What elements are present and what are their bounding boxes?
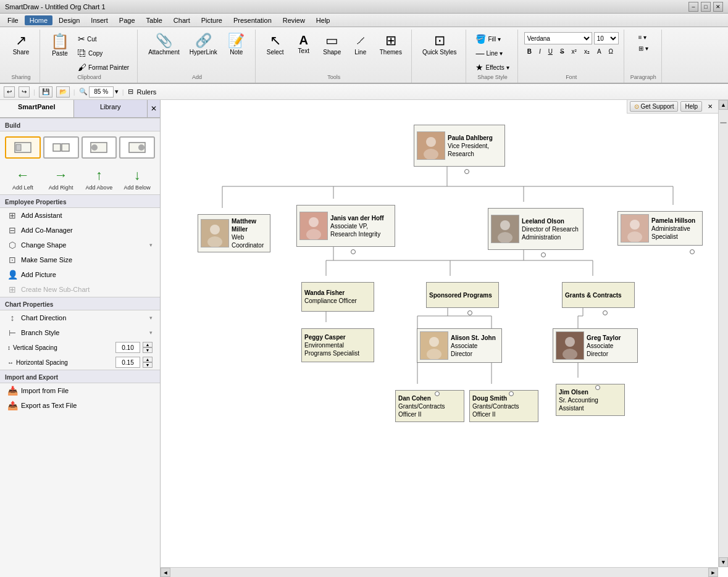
note-button[interactable]: 📝 Note	[223, 31, 250, 59]
fill-button[interactable]: 🪣 Fill ▾	[472, 32, 512, 46]
org-node-dan[interactable]: Dan Cohen Grants/Contracts Officer II	[395, 390, 464, 422]
tab-library[interactable]: Library	[74, 100, 148, 117]
chart-direction-item[interactable]: ↕ Chart Direction ▾	[0, 310, 160, 325]
maximize-button[interactable]: □	[701, 2, 711, 12]
scrollbar-horizontal[interactable]: ◄ ►	[161, 567, 718, 577]
org-node-leeland[interactable]: Leeland Olson Director of Research Admin…	[488, 208, 584, 250]
build-btn-photo-right[interactable]	[119, 136, 155, 159]
open-button[interactable]: 📂	[56, 86, 70, 98]
make-same-size-item[interactable]: ⊡ Make Same Size	[0, 252, 160, 267]
share-button[interactable]: ↗ Share	[7, 31, 35, 59]
format-painter-button[interactable]: 🖌 Format Painter	[75, 60, 132, 74]
menu-insert[interactable]: Insert	[86, 15, 113, 25]
undo-button[interactable]: ↩	[4, 86, 15, 98]
menu-home[interactable]: Home	[25, 15, 52, 25]
add-comanager-item[interactable]: ⊟ Add Co-Manager	[0, 223, 160, 238]
add-below-button[interactable]: ↓ Add Below	[119, 167, 155, 191]
horizontal-spacing-input[interactable]	[115, 357, 140, 368]
themes-button[interactable]: ⊞ Themes	[375, 31, 406, 59]
bullets-button[interactable]: ≡ ▾	[635, 32, 651, 43]
font-name-select[interactable]: VerdanaArialTimes New Roman	[524, 32, 592, 44]
copy-button[interactable]: ⿻ Copy	[75, 46, 132, 60]
horizontal-spacing-down[interactable]: ▼	[143, 362, 153, 368]
close-window-button[interactable]: ✕	[713, 2, 723, 12]
underline-button[interactable]: U	[545, 46, 556, 57]
change-shape-item[interactable]: ⬡ Change Shape ▾	[0, 238, 160, 252]
horizontal-spacing-up[interactable]: ▲	[143, 357, 153, 362]
vertical-spacing-down[interactable]: ▼	[143, 347, 153, 353]
text-button[interactable]: A Text	[290, 31, 317, 57]
menu-table[interactable]: Table	[141, 15, 167, 25]
menu-chart[interactable]: Chart	[169, 15, 195, 25]
superscript-button[interactable]: x²	[569, 46, 580, 57]
redo-button[interactable]: ↪	[19, 86, 30, 98]
add-right-button[interactable]: → Add Right	[43, 167, 79, 191]
vertical-spacing-up[interactable]: ▲	[143, 342, 153, 347]
org-node-sponsored[interactable]: Sponsored Programs	[426, 282, 499, 308]
make-same-size-icon: ⊡	[7, 255, 17, 265]
org-node-doug[interactable]: Doug Smith Grants/Contracts Officer II	[469, 390, 538, 422]
org-node-jim[interactable]: Jim Olsen Sr. Accounting Assistant	[556, 384, 625, 416]
scroll-down-arrow[interactable]: ▼	[719, 557, 728, 567]
org-node-wanda[interactable]: Wanda Fisher Compliance Officer	[301, 282, 374, 312]
menu-file[interactable]: File	[2, 15, 23, 25]
export-as-text-item[interactable]: 📤 Export as Text File	[0, 398, 160, 413]
scroll-thumb-vertical[interactable]	[720, 122, 727, 123]
font-size-select[interactable]: 1081214	[594, 32, 619, 44]
line-button[interactable]: ⟋ Line	[347, 31, 374, 59]
zoom-input[interactable]	[89, 86, 114, 98]
org-node-janis[interactable]: Janis van der Hoff Associate VP, Researc…	[296, 205, 395, 247]
zoom-dropdown-icon[interactable]: ▾	[115, 88, 119, 96]
save-button[interactable]: 💾	[39, 86, 52, 98]
line-style-button[interactable]: — Line ▾	[472, 46, 512, 60]
font-color-button[interactable]: A	[594, 46, 605, 57]
add-left-button[interactable]: ← Add Left	[5, 167, 41, 191]
canvas-area[interactable]: ⊙ Get Support Help ✕	[161, 100, 728, 577]
cut-button[interactable]: ✂ Cut	[75, 32, 132, 46]
window-controls: – □ ✕	[688, 2, 723, 12]
org-node-alison[interactable]: Alison St. John Associate Director	[417, 328, 502, 363]
quick-styles-button[interactable]: ⊡ Quick Styles	[418, 31, 461, 59]
org-node-greg[interactable]: Greg Taylor Associate Director	[553, 328, 638, 363]
select-button[interactable]: ↖ Select	[262, 31, 289, 59]
add-assistant-item[interactable]: ⊞ Add Assistant	[0, 208, 160, 223]
build-btn-compact[interactable]	[43, 136, 79, 159]
paste-button[interactable]: 📋 Paste	[46, 31, 73, 60]
minimize-button[interactable]: –	[688, 2, 698, 12]
org-node-paula[interactable]: Paula Dahlberg Vice President, Research	[414, 125, 505, 167]
scroll-up-arrow[interactable]: ▲	[719, 100, 728, 110]
branch-style-item[interactable]: ⊢ Branch Style ▾	[0, 325, 160, 340]
org-node-matthew[interactable]: Matthew Miller Web Coordinator	[198, 214, 270, 252]
build-btn-photo-left[interactable]	[82, 136, 117, 159]
hyperlink-button[interactable]: 🔗 HyperLink	[185, 31, 222, 59]
build-btn-full[interactable]	[5, 136, 41, 159]
panel-close-button[interactable]: ✕	[148, 100, 160, 117]
vertical-spacing-input[interactable]	[115, 342, 140, 353]
align-button[interactable]: ⊞ ▾	[635, 43, 651, 54]
node-title-janis: Associate VP, Research Integrity	[330, 222, 392, 238]
menu-picture[interactable]: Picture	[196, 15, 227, 25]
menu-design[interactable]: Design	[54, 15, 85, 25]
shape-button[interactable]: ▭ Shape	[319, 31, 346, 59]
add-above-button[interactable]: ↑ Add Above	[82, 167, 117, 191]
add-picture-item[interactable]: 👤 Add Picture	[0, 267, 160, 282]
org-node-pamela[interactable]: Pamela Hillson Administrative Specialist	[617, 211, 703, 246]
special-chars-button[interactable]: Ω	[606, 46, 616, 57]
scrollbar-vertical[interactable]: ▲ ▼	[718, 100, 728, 567]
tab-smartpanel[interactable]: SmartPanel	[0, 100, 74, 117]
menu-review[interactable]: Review	[278, 15, 310, 25]
bold-button[interactable]: B	[524, 46, 535, 57]
menu-help[interactable]: Help	[311, 15, 335, 25]
menu-page[interactable]: Page	[114, 15, 140, 25]
italic-button[interactable]: I	[536, 46, 544, 57]
effects-button[interactable]: ★ Effects ▾	[472, 60, 512, 74]
menu-presentation[interactable]: Presentation	[228, 15, 277, 25]
strikethrough-button[interactable]: S	[557, 46, 567, 57]
attachment-button[interactable]: 📎 Attachment	[144, 31, 184, 59]
org-node-grants[interactable]: Grants & Contracts	[562, 282, 635, 308]
scroll-left-arrow[interactable]: ◄	[161, 568, 170, 577]
scroll-right-arrow[interactable]: ►	[708, 568, 718, 577]
import-from-file-item[interactable]: 📥 Import from File	[0, 383, 160, 398]
subscript-button[interactable]: x₂	[581, 46, 593, 57]
org-node-peggy[interactable]: Peggy Casper Environmental Programs Spec…	[301, 328, 374, 362]
